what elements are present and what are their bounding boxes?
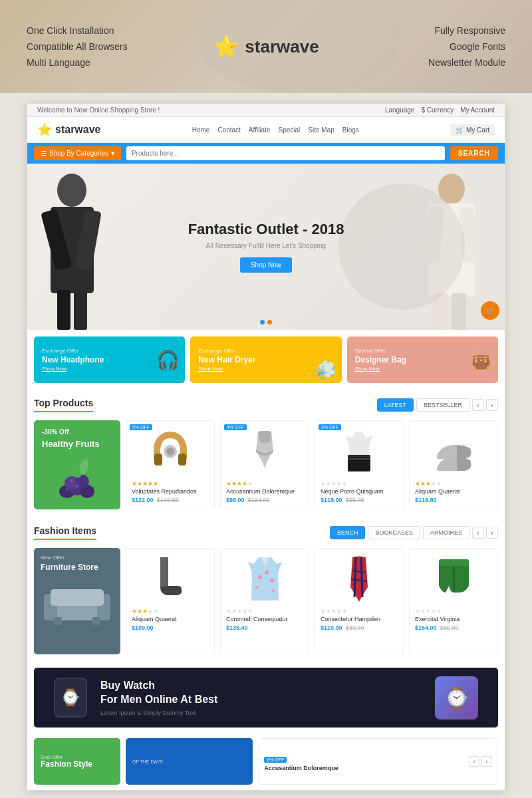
nav-affiliate[interactable]: Affiliate <box>249 126 271 134</box>
fashion-card-4[interactable]: ★★★★★ Exercitat Virginia $164.00 $80.00 <box>409 548 498 654</box>
cart-floating-button[interactable]: 🛒 <box>481 301 499 320</box>
dropdown-icon: ▾ <box>111 150 114 157</box>
nav-sitemap[interactable]: Site Map <box>308 126 334 134</box>
fashion-feature-card: New Offer Furniture Store <box>34 548 120 654</box>
svg-point-36 <box>265 571 269 575</box>
bb-label-1: Grab Offer <box>41 755 114 759</box>
sofa-image <box>41 577 114 630</box>
bottom-badge: 6% OFF <box>264 757 287 763</box>
tab-armoires[interactable]: ARMOIRES <box>423 526 469 539</box>
tab-latest[interactable]: LATEST <box>377 398 414 412</box>
bb-label-2: Of The Days <box>132 759 246 764</box>
prev-arrow[interactable]: ‹ <box>472 399 484 411</box>
fashion-img-3 <box>321 554 398 604</box>
search-input[interactable] <box>126 146 445 160</box>
promo-bag: Special Offer Designer Bag Shop Now 👜 <box>347 336 498 383</box>
hero-subtitle: All Necessary Fulfill Here Let's Shoppin… <box>188 242 344 249</box>
bottom-banner-days: Of The Days <box>126 738 253 785</box>
shop-now-button[interactable]: Shop Now <box>240 257 292 273</box>
feature-5: Google Fonts <box>428 41 505 52</box>
cart-button[interactable]: 🛒 My Cart <box>450 124 495 136</box>
next-arrow[interactable]: › <box>486 399 498 411</box>
hero-background: One Click Installation Compatible All Br… <box>0 0 532 93</box>
fashion-stars-4: ★★★★★ <box>415 608 492 614</box>
bottom-next-arrow[interactable]: › <box>481 756 492 767</box>
promo-hairdryer: Exchange Offer New Hair Dryer Shop Now 💨 <box>190 336 341 383</box>
svg-point-18 <box>76 485 78 487</box>
feature-4: Fully Responsive <box>428 25 505 36</box>
product-card-3[interactable]: 3% OFF ★★★★★ Neque Porro Quisquam $118.0… <box>315 420 404 509</box>
nav-contact[interactable]: Contact <box>217 126 240 134</box>
bottom-product-info: 6% OFF Accusantium Doloremque <box>264 752 338 771</box>
product-price-1: $122.00 $140.00 <box>132 497 209 503</box>
fashion-stars-1: ★★★★★ <box>132 608 209 614</box>
product-name-2: Accusantium Doloremque <box>226 488 303 495</box>
fashion-tabs: BENCH BOOKCASES ARMOIRES ‹ › <box>330 526 498 539</box>
svg-point-37 <box>270 579 274 583</box>
feature-title: Healthy Fruits <box>42 439 112 449</box>
svg-rect-32 <box>51 589 104 606</box>
fashion-products-grid: New Offer Furniture Store <box>34 548 498 654</box>
tab-bestseller[interactable]: BESTSELLER <box>416 398 469 412</box>
fashion-feature-title: Furniture Store <box>41 563 114 572</box>
fashion-img-4 <box>415 554 492 604</box>
dot-1[interactable] <box>260 320 265 325</box>
currency-selector[interactable]: $ Currency <box>421 106 454 114</box>
fashion-next-arrow[interactable]: › <box>486 527 498 539</box>
svg-point-25 <box>166 448 174 456</box>
dot-2[interactable] <box>267 320 272 325</box>
stars-4: ★★★★★ <box>415 480 492 487</box>
nav-blogs[interactable]: Blogs <box>342 126 359 134</box>
language-selector[interactable]: Language <box>385 106 415 114</box>
product-price-3: $118.00 $55.00 <box>321 497 398 503</box>
watch-content: Buy Watch For Men Online At Best Lorem I… <box>100 679 422 717</box>
fashion-name-2: Commodi Consequatur <box>226 616 303 622</box>
feature-6: Newsletter Module <box>428 57 505 68</box>
nav-special[interactable]: Special <box>278 126 300 134</box>
store-star-icon: ⭐ <box>37 122 52 137</box>
main-logo: ⭐ starwave <box>213 34 319 59</box>
fashion-img-1 <box>132 554 209 604</box>
top-products-feature: -30% Off Healthy Fruits <box>34 420 120 509</box>
top-products-title: Top Products <box>34 398 93 412</box>
bottom-product-name: Accusantium Doloremque <box>264 765 338 771</box>
fashion-name-4: Exercitat Virginia <box>415 616 492 622</box>
watch-title: Buy Watch For Men Online At Best <box>100 679 422 707</box>
product-name-4: Aliquam Quaerat <box>415 488 492 495</box>
fashion-stars-2: ★★★★★ <box>226 608 303 614</box>
account-menu[interactable]: My Account <box>460 106 495 114</box>
svg-point-17 <box>66 488 68 491</box>
promo-headphone: Exchange Offer New Headphone Shop Now 🎧 <box>34 336 185 383</box>
cart-icon: 🛒 <box>456 126 464 134</box>
watch-subtitle: Lorem Ipsum is Simply Dummy Text <box>100 710 422 716</box>
tab-bookcases[interactable]: BOOKCASES <box>368 526 420 539</box>
product-card-1[interactable]: 5% OFF ★★★★★ Voluptates Repudiandos $122… <box>126 420 215 509</box>
svg-rect-5 <box>74 290 87 330</box>
fashion-price-2: $135.40 <box>226 624 303 631</box>
bottom-prev-arrow[interactable]: ‹ <box>469 756 479 767</box>
badge-1: 5% OFF <box>130 424 152 430</box>
category-button[interactable]: ☰ Shop By Categories ▾ <box>34 146 121 160</box>
store-logo: ⭐ starwave <box>37 122 101 137</box>
watch-title-line2: For Men Online At Best <box>100 694 217 705</box>
bottom-product-nav: ‹ › <box>469 756 492 767</box>
fashion-card-3[interactable]: ★★★★★ Consectetur Hampden $110.00 $80.60 <box>315 548 404 654</box>
nav-home[interactable]: Home <box>192 126 210 134</box>
tab-bench[interactable]: BENCH <box>330 526 366 539</box>
search-button[interactable]: SEARCH <box>450 146 498 160</box>
store-header: ⭐ starwave Home Contact Affiliate Specia… <box>27 117 505 143</box>
svg-point-19 <box>70 479 73 482</box>
promo-offer-2: Exchange Offer <box>198 348 333 354</box>
top-products-grid: -30% Off Healthy Fruits <box>34 420 498 509</box>
bb-title-1: Fashion Style <box>41 759 114 769</box>
watch-icon-left: ⌚ <box>54 678 87 718</box>
fashion-card-2[interactable]: ★★★★★ Commodi Consequatur $135.40 <box>220 548 309 654</box>
svg-line-44 <box>454 563 454 593</box>
feature-2: Compatible All Browsers <box>27 41 128 52</box>
product-card-2[interactable]: 4% OFF ★★★★★ Accusantium Doloremque $98.… <box>220 420 309 509</box>
product-card-4[interactable]: ★★★★★ Aliquam Quaerat $119.80 <box>409 420 498 509</box>
fashion-card-1[interactable]: ★★★★★ Aliquam Quaerat $109.00 <box>126 548 215 654</box>
fashion-prev-arrow[interactable]: ‹ <box>472 527 484 539</box>
feature-3: Multi Language <box>27 57 128 68</box>
svg-point-38 <box>255 586 258 589</box>
